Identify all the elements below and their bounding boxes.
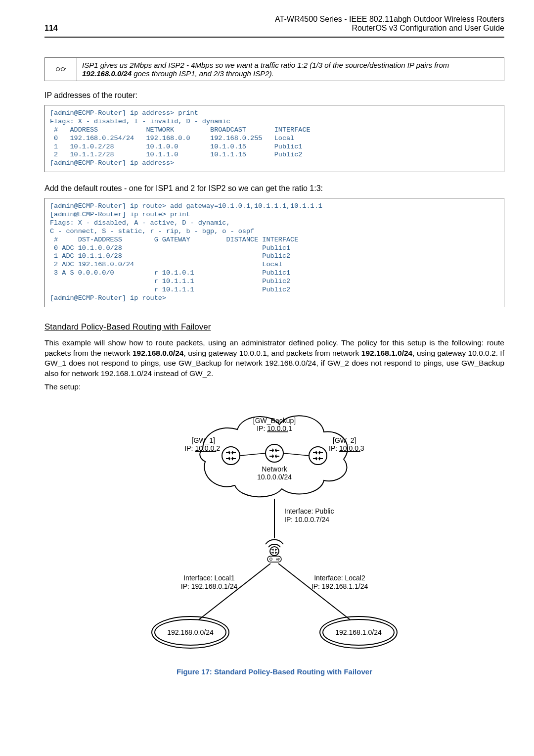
glasses-icon [55, 64, 67, 73]
gw1-label: [GW_1] [192, 436, 215, 444]
body-paragraph-2: The setup: [44, 382, 504, 392]
iface-local2: Interface: Local2 [314, 574, 365, 582]
topology-diagram: [GW_Backup] IP: 10.0.0.1 [GW_1] IP: 10.0… [44, 402, 504, 660]
svg-line-5 [240, 453, 266, 456]
page-header: 114 AT-WR4500 Series - IEEE 802.11abgh O… [44, 15, 504, 33]
iface-local2-ip: IP: 192.168.1.1/24 [312, 582, 368, 590]
svg-line-6 [283, 453, 309, 456]
iface-local1: Interface: Local1 [183, 574, 235, 582]
gw-backup-label: [GW_Backup] [253, 417, 296, 425]
ip-addresses-label: IP addresses of the router: [44, 91, 504, 100]
note-icon-cell [45, 58, 77, 81]
gw2-ip: IP: 10.0.0.3 [329, 444, 364, 452]
gw-backup-ip: IP: 10.0.0.1 [257, 425, 292, 432]
svg-point-0 [56, 67, 60, 71]
default-routes-label: Add the default routes - one for ISP1 an… [44, 184, 504, 193]
iface-local1-ip: IP: 192.168.0.1/24 [181, 582, 238, 590]
svg-point-1 [61, 67, 65, 71]
svg-point-4 [309, 447, 327, 465]
network-ip: 10.0.0.0/24 [257, 473, 292, 481]
iface-public-ip: IP: 10.0.0.7/24 [284, 516, 329, 523]
header-line-2: RouterOS v3 Configuration and User Guide [153, 24, 504, 33]
svg-point-3 [266, 444, 283, 462]
header-rule [44, 37, 504, 38]
default-routes-code: [admin@ECMP-Router] ip route> add gatewa… [44, 198, 504, 307]
net-left: 192.168.0.0/24 [167, 628, 214, 636]
figure-caption: Figure 17: Standard Policy-Based Routing… [44, 667, 504, 676]
iface-public: Interface: Public [284, 507, 334, 515]
page-number: 114 [44, 24, 153, 33]
header-line-1: AT-WR4500 Series - IEEE 802.11abgh Outdo… [153, 15, 504, 24]
gw1-ip: IP: 10.0.0.2 [184, 444, 220, 452]
body-paragraph-1: This example will show how to route pack… [44, 338, 504, 379]
svg-point-8 [270, 547, 279, 556]
network-label: Network [262, 465, 287, 473]
svg-point-2 [222, 447, 240, 465]
net-right: 192.168.1.0/24 [335, 628, 382, 636]
gw2-label: [GW_2] [333, 436, 356, 444]
svg-line-13 [278, 564, 354, 622]
ip-addresses-code: [admin@ECMP-Router] ip address> print Fl… [44, 105, 504, 172]
section-heading: Standard Policy-Based Routing with Failo… [44, 322, 504, 332]
svg-text:AP: AP [276, 558, 281, 561]
svg-line-12 [195, 564, 270, 622]
note-box: ISP1 gives us 2Mbps and ISP2 - 4Mbps so … [44, 57, 504, 81]
note-text: ISP1 gives us 2Mbps and ISP2 - 4Mbps so … [77, 58, 504, 81]
